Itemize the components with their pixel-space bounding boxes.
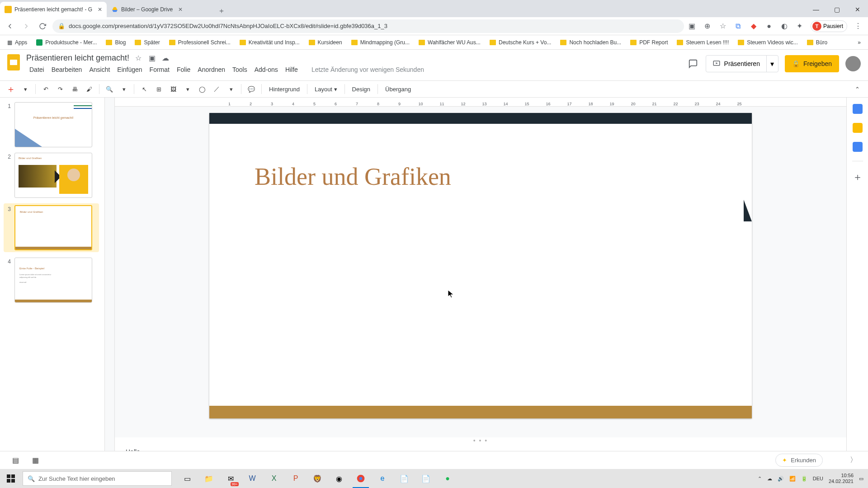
- bookmark-item[interactable]: Mindmapping (Gru...: [348, 38, 413, 47]
- menu-addons[interactable]: Add-ons: [251, 64, 281, 75]
- mail-app[interactable]: ✉99+: [221, 469, 241, 488]
- zoom-dropdown[interactable]: ▾: [118, 83, 130, 95]
- brave-app[interactable]: 🦁: [307, 469, 327, 488]
- slide-thumbnail[interactable]: Präsentieren leicht gemacht!: [14, 102, 92, 147]
- task-view-button[interactable]: ▭: [177, 469, 197, 488]
- qr-icon[interactable]: ⧉: [734, 22, 743, 31]
- redo-button[interactable]: ↷: [54, 83, 66, 95]
- spotify-app[interactable]: ●: [438, 469, 458, 488]
- slide-thumbnail[interactable]: Bilder und Grafiken: [14, 153, 92, 198]
- notepad2-app[interactable]: 📄: [416, 469, 436, 488]
- bookmark-overflow[interactable]: »: [854, 38, 864, 47]
- layout-button[interactable]: Layout ▾: [311, 86, 341, 93]
- shape-tool[interactable]: ◯: [196, 83, 208, 95]
- share-button[interactable]: 🔒Freigeben: [785, 55, 839, 72]
- image-tool[interactable]: 🖼: [167, 83, 179, 95]
- word-app[interactable]: W: [242, 469, 262, 488]
- get-addons-button[interactable]: ＋: [853, 170, 863, 184]
- close-window-button[interactable]: ✕: [847, 2, 868, 17]
- volume-icon[interactable]: 🔊: [778, 476, 784, 482]
- present-dropdown[interactable]: ▾: [766, 56, 778, 72]
- last-edit-label[interactable]: Letzte Änderung vor wenigen Sekunden: [308, 64, 427, 75]
- forward-button[interactable]: [20, 20, 33, 33]
- bookmark-item[interactable]: Wahlfächer WU Aus...: [415, 38, 484, 47]
- menu-tools[interactable]: Tools: [229, 64, 250, 75]
- ext3-icon[interactable]: ◐: [780, 22, 789, 31]
- menu-hilfe[interactable]: Hilfe: [282, 64, 301, 75]
- transition-button[interactable]: Übergang: [382, 86, 415, 93]
- maximize-button[interactable]: ▢: [826, 2, 847, 17]
- print-button[interactable]: 🖶: [68, 83, 81, 95]
- address-bar[interactable]: 🔒 docs.google.com/presentation/d/1yV372S…: [52, 19, 684, 33]
- new-slide-button[interactable]: ＋: [5, 83, 17, 95]
- browser-tab[interactable]: Bilder – Google Drive ✕: [107, 2, 215, 17]
- menu-anordnen[interactable]: Anordnen: [194, 64, 228, 75]
- menu-icon[interactable]: ⋮: [854, 22, 863, 31]
- bookmark-item[interactable]: Kursideen: [305, 38, 346, 47]
- cast-icon[interactable]: ▣: [688, 22, 697, 31]
- keep-addon-icon[interactable]: [853, 123, 863, 133]
- slide-thumbnail[interactable]: Erste Folie - BeispielLorem ipsum dolor …: [14, 258, 92, 303]
- zoom-button[interactable]: 🔍: [103, 83, 116, 95]
- language-indicator[interactable]: DEU: [813, 476, 823, 481]
- bookmark-item[interactable]: Blog: [102, 38, 129, 47]
- bookmark-item[interactable]: Produktsuche - Mer...: [33, 38, 100, 47]
- new-tab-button[interactable]: ＋: [215, 5, 228, 17]
- line-tool[interactable]: ／: [210, 83, 223, 95]
- close-tab-icon[interactable]: ✕: [98, 6, 102, 13]
- clock[interactable]: 10:5624.02.2021: [829, 473, 854, 484]
- bookmark-item[interactable]: Professionell Schrei...: [165, 38, 234, 47]
- doc-title[interactable]: Präsentieren leicht gemacht!: [26, 53, 129, 63]
- cloud-status-icon[interactable]: ☁: [161, 54, 170, 62]
- start-button[interactable]: [0, 469, 22, 488]
- expand-panel-button[interactable]: 〉: [850, 455, 861, 465]
- slide-canvas[interactable]: Bilder und Grafiken: [209, 113, 752, 418]
- edge-app[interactable]: e: [373, 469, 392, 488]
- paint-format-button[interactable]: 🖌: [83, 83, 95, 95]
- minimize-button[interactable]: —: [806, 2, 826, 17]
- bookmark-item[interactable]: PDF Report: [627, 38, 671, 47]
- obs-app[interactable]: ◉: [329, 469, 349, 488]
- menu-datei[interactable]: Datei: [26, 64, 47, 75]
- profile-button[interactable]: T Pausiert: [811, 20, 847, 32]
- back-button[interactable]: [4, 20, 16, 33]
- bookmark-item[interactable]: Später: [131, 38, 163, 47]
- network-icon[interactable]: 📶: [789, 476, 796, 482]
- chrome-app[interactable]: [351, 469, 371, 488]
- ext1-icon[interactable]: ◆: [749, 22, 758, 31]
- grid-view-button[interactable]: ▦: [27, 454, 43, 467]
- star-icon[interactable]: ☆: [718, 22, 727, 31]
- tray-chevron-icon[interactable]: ⌃: [758, 476, 762, 482]
- move-doc-icon[interactable]: ▣: [147, 54, 156, 62]
- notepad-app[interactable]: 📄: [394, 469, 414, 488]
- extensions-icon[interactable]: ✦: [795, 22, 804, 31]
- calendar-addon-icon[interactable]: [853, 104, 863, 114]
- notifications-icon[interactable]: ▭: [859, 476, 863, 482]
- menu-format[interactable]: Format: [146, 64, 173, 75]
- background-button[interactable]: Hintergrund: [265, 86, 303, 93]
- menu-ansicht[interactable]: Ansicht: [86, 64, 113, 75]
- menu-folie[interactable]: Folie: [174, 64, 193, 75]
- textbox-tool[interactable]: ⊞: [152, 83, 165, 95]
- reload-button[interactable]: [36, 20, 49, 33]
- bookmark-item[interactable]: Kreativität und Insp...: [236, 38, 303, 47]
- browser-tab-active[interactable]: Präsentieren leicht gemacht! - G ✕: [0, 2, 107, 17]
- tasks-addon-icon[interactable]: [853, 142, 863, 152]
- menu-bearbeiten[interactable]: Bearbeiten: [48, 64, 85, 75]
- windows-search[interactable]: 🔍Zur Suche Text hier eingeben: [23, 471, 172, 486]
- bookmark-item[interactable]: Deutsche Kurs + Vo...: [486, 38, 555, 47]
- filmstrip-view-button[interactable]: ▤: [7, 454, 24, 467]
- slides-logo[interactable]: [5, 53, 23, 71]
- undo-button[interactable]: ↶: [39, 83, 52, 95]
- bookmark-item[interactable]: Büro: [803, 38, 831, 47]
- theme-button[interactable]: Design: [349, 86, 374, 93]
- excel-app[interactable]: X: [264, 469, 284, 488]
- image-dropdown[interactable]: ▾: [181, 83, 194, 95]
- star-doc-icon[interactable]: ☆: [134, 54, 143, 62]
- bookmark-item[interactable]: Noch hochladen Bu...: [557, 38, 625, 47]
- ext2-icon[interactable]: ●: [764, 22, 774, 31]
- battery-icon[interactable]: 🔋: [801, 476, 807, 482]
- slide-thumbnail-selected[interactable]: Bilder und Grafiken: [14, 205, 92, 250]
- explore-button[interactable]: ✦Erkunden: [775, 454, 823, 467]
- bookmark-item[interactable]: Steuern Lesen !!!!: [673, 38, 732, 47]
